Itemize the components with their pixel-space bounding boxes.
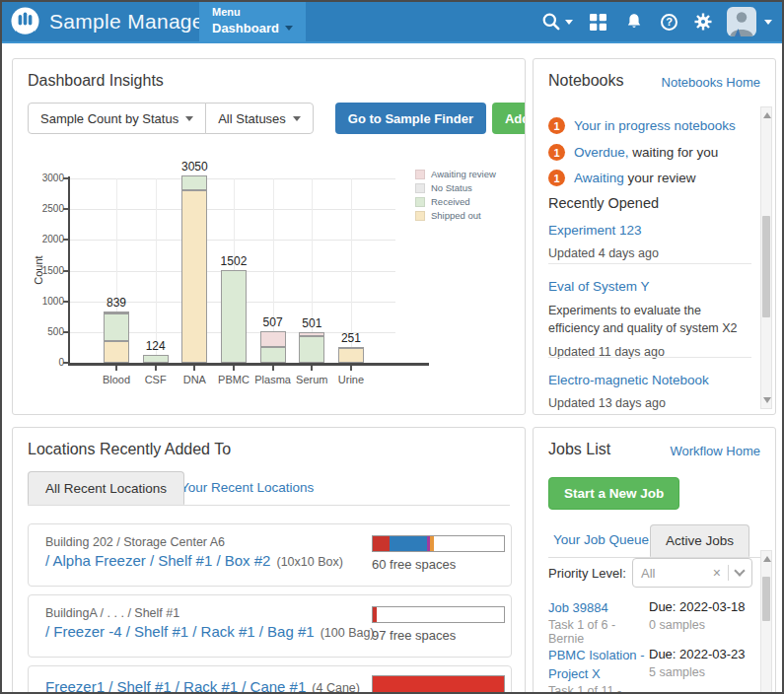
bar-value-label: 3050 — [165, 160, 224, 174]
scroll-up-icon[interactable] — [763, 556, 771, 562]
capacity-bar — [372, 606, 505, 623]
divider — [728, 565, 729, 581]
notebooks-home-link[interactable]: Notebooks Home — [662, 75, 760, 90]
job-task-info: Task 1 of 11 - steveh — [548, 684, 647, 694]
clear-selection-icon[interactable]: × — [713, 565, 721, 581]
location-path-prefix: BuildingA / . . . / Shelf #1 — [45, 606, 179, 620]
search-icon[interactable] — [541, 12, 561, 32]
scrollbar[interactable] — [760, 550, 772, 694]
alert-count-badge: 1 — [548, 117, 565, 134]
scrollbar-thumb[interactable] — [762, 577, 770, 621]
add-samples-button[interactable]: Add Samples — [492, 103, 526, 134]
location-link[interactable]: / Alpha Freezer / Shelf #1 / Box #2(10x1… — [45, 552, 343, 569]
legend-item: Awaiting review — [415, 169, 496, 179]
job-due-date: Due: 2022-03-23 — [649, 647, 746, 661]
legend-swatch — [415, 170, 425, 179]
tab-your-job-queue[interactable]: Your Job Queue — [553, 532, 649, 547]
locations-tabbar: All Recent Locations Your Recent Locatio… — [28, 471, 510, 506]
scrollbar[interactable] — [760, 106, 772, 409]
y-axis — [68, 176, 70, 365]
alert-link[interactable]: Overdue, — [574, 145, 629, 160]
x-tick-mark — [193, 366, 195, 371]
settings-gear-icon[interactable] — [694, 13, 712, 31]
job-task-info: Task 1 of 6 - Bernie — [548, 618, 647, 646]
workflow-home-link[interactable]: Workflow Home — [670, 444, 760, 458]
search-caret-icon[interactable] — [565, 20, 573, 25]
menu-dashboard-dropdown[interactable]: Menu Dashboard — [199, 2, 306, 41]
app-logo-icon[interactable] — [10, 6, 40, 36]
y-tick-label: 1000 — [27, 296, 64, 307]
x-tick-label: Urine — [321, 374, 381, 385]
x-tick-mark — [115, 366, 117, 371]
scrollbar-thumb[interactable] — [762, 216, 770, 317]
location-type: (100 Bag) — [321, 626, 375, 640]
x-tick-mark — [311, 366, 313, 371]
location-link[interactable]: Freezer1 / Shelf #1 / Rack #1 / Cane #1(… — [45, 678, 360, 694]
capacity-segment — [430, 536, 434, 551]
jobs-list-panel: Jobs List Workflow Home Start a New Job … — [533, 427, 776, 694]
notebook-link[interactable]: Eval of System Y — [548, 279, 650, 294]
location-link[interactable]: / Freezer -4 / Shelf #1 / Rack #1 / Bag … — [45, 623, 375, 640]
notebook-description: Experiments to evaluate the efficiency a… — [548, 302, 751, 337]
tab-active-jobs[interactable]: Active Jobs — [650, 524, 749, 557]
notebook-list-item: Electro-magnetic Notebook Updated 13 day… — [548, 371, 751, 410]
alert-link[interactable]: Your in progress notebooks — [574, 118, 736, 133]
notebook-list-item: Eval of System Y Experiments to evaluate… — [548, 277, 751, 359]
dashboard-insights-panel: Dashboard Insights Sample Count by Statu… — [12, 58, 526, 415]
legend-label: Shipped out — [431, 210, 481, 221]
job-sample-count: 0 samples — [649, 618, 705, 632]
y-tick-label: 2000 — [27, 234, 64, 244]
chart-type-dropdown[interactable]: Sample Count by Status — [28, 103, 206, 134]
alert-count-badge: 1 — [548, 170, 565, 186]
stacked-bar-chart: Awaiting reviewNo StatusReceivedShipped … — [13, 163, 526, 409]
y-tick-label: 0 — [27, 357, 64, 368]
top-navbar: Sample Manager Menu Dashboard — [2, 2, 782, 43]
notebook-link[interactable]: Electro-magnetic Notebook — [548, 373, 709, 387]
notebook-alert-row[interactable]: 1 Overdue, waiting for you — [548, 144, 718, 161]
tab-your-recent-locations[interactable]: Your Recent Locations — [180, 480, 314, 495]
capacity-segment — [373, 536, 390, 551]
user-avatar[interactable] — [727, 7, 756, 36]
location-path-prefix: Building 202 / Storage Center A6 — [45, 535, 225, 549]
bar-value-label: 1502 — [204, 254, 263, 268]
notebooks-title: Notebooks — [548, 72, 624, 90]
job-link[interactable]: PBMC Isolation - Project X — [548, 647, 647, 684]
go-to-sample-finder-button[interactable]: Go to Sample Finder — [335, 103, 486, 134]
divider — [548, 357, 751, 358]
apps-grid-icon[interactable] — [590, 14, 606, 31]
priority-level-label: Priority Level: — [548, 566, 626, 581]
y-tick-label: 3000 — [27, 173, 64, 183]
x-axis — [68, 363, 429, 366]
notebook-updated: Updated 13 days ago — [548, 396, 751, 410]
status-filter-dropdown[interactable]: All Statuses — [205, 103, 314, 134]
legend-swatch — [415, 197, 425, 207]
priority-level-select[interactable]: All × — [632, 558, 752, 588]
alert-link[interactable]: Awaiting — [574, 171, 624, 185]
help-glyph: ? — [666, 16, 673, 28]
capacity-segment — [373, 607, 377, 622]
chart-selector-group: Sample Count by Status All Statuses — [28, 103, 314, 134]
bar-segment — [338, 347, 364, 349]
bar-segment — [104, 312, 129, 313]
capacity-bar — [372, 535, 505, 552]
start-new-job-button[interactable]: Start a New Job — [548, 477, 679, 510]
legend-label: Awaiting review — [431, 169, 496, 179]
job-due-date: Due: 2022-03-18 — [649, 599, 746, 614]
x-tick-mark — [233, 366, 235, 371]
notebook-alert-row[interactable]: 1 Your in progress notebooks — [548, 117, 736, 134]
notifications-bell-icon[interactable] — [625, 13, 643, 31]
job-link[interactable]: Job 39884 — [548, 599, 647, 618]
y-tick-label: 500 — [27, 326, 64, 337]
help-icon[interactable]: ? — [661, 14, 677, 31]
scroll-down-icon[interactable] — [763, 397, 771, 403]
location-type: (4 Cane) — [312, 681, 360, 694]
tab-all-recent-locations[interactable]: All Recent Locations — [28, 471, 184, 505]
chevron-down-icon — [285, 26, 293, 31]
x-tick-mark — [350, 366, 352, 371]
notebook-alert-row[interactable]: 1 Awaiting your review — [548, 170, 696, 186]
x-tick-mark — [155, 366, 157, 371]
user-menu-caret-icon[interactable] — [764, 20, 772, 25]
notebook-link[interactable]: Experiment 123 — [548, 223, 642, 238]
scroll-up-icon[interactable] — [763, 112, 771, 118]
legend-label: No Status — [431, 182, 472, 193]
